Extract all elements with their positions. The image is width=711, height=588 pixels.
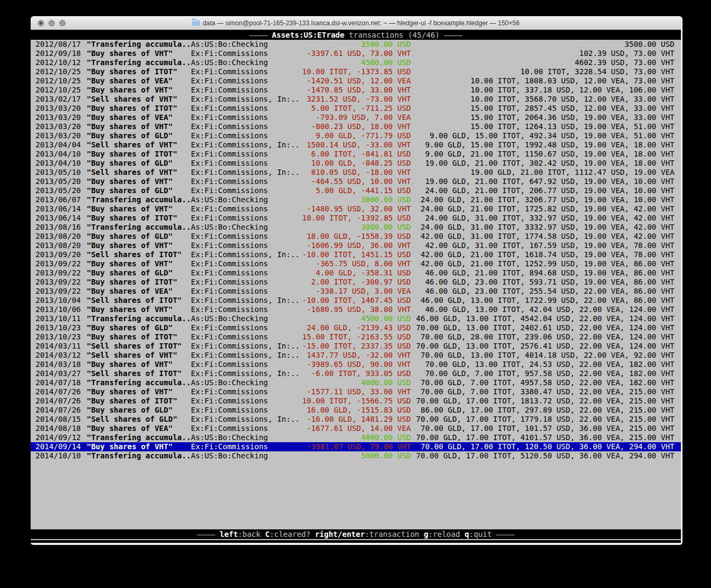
titlebar[interactable]: data — simon@pool-71-165-239-133.lsanca.…: [31, 16, 681, 30]
transaction-row[interactable]: 2012/08/17 "Transfering accumula.. As:US…: [31, 40, 681, 49]
transaction-row[interactable]: 2013/10/23 "Buy shares of ITOT" Ex:Fi:Co…: [31, 332, 681, 342]
tx-amount: -10.00 ITOT, 1451.15 USD: [301, 250, 411, 259]
transaction-row[interactable]: 2013/05/20 "Buy shares of VHT" Ex:Fi:Com…: [31, 177, 681, 186]
transaction-row[interactable]: 2013/02/17 "Sell shares of VHT" Ex:Fi:Co…: [31, 95, 681, 104]
tx-amount: 5000.00 USD: [301, 451, 411, 461]
tx-description: "Buy shares of VHT": [87, 259, 191, 268]
transaction-row[interactable]: 2012/10/25 "Buy shares of VEA" Ex:Fi:Com…: [31, 76, 681, 86]
transaction-row[interactable]: 2014/07/26 "Buy shares of ITOT" Ex:Fi:Co…: [31, 396, 681, 406]
tx-description: "Sell shares of VHT": [87, 140, 191, 150]
minimize-button[interactable]: [48, 20, 55, 26]
transaction-row[interactable]: 2013/03/20 "Buy shares of VHT" Ex:Fi:Com…: [31, 122, 681, 131]
transaction-row[interactable]: 2012/10/25 "Buy shares of ITOT" Ex:Fi:Co…: [31, 67, 681, 76]
transaction-row[interactable]: 2012/10/12 "Transfering accumula.. As:US…: [31, 58, 681, 67]
transaction-row[interactable]: 2013/03/20 "Buy shares of ITOT" Ex:Fi:Co…: [31, 104, 681, 113]
transaction-row[interactable]: 2013/04/10 "Buy shares of GLD" Ex:Fi:Com…: [31, 159, 681, 168]
transaction-row[interactable]: 2013/03/20 "Buy shares of GLD" Ex:Fi:Com…: [31, 131, 681, 140]
tx-date: 2014/08/15: [31, 415, 87, 424]
tx-amount: 1437.77 USD, -32.00 VHT: [301, 351, 411, 360]
transaction-row[interactable]: 2014/09/14 "Buy shares of VHT" Ex:Fi:Com…: [31, 442, 681, 451]
transaction-row[interactable]: 2013/04/04 "Sell shares of VHT" Ex:Fi:Co…: [31, 140, 681, 150]
tx-balance: 10.00 ITOT, 3568.70 USD, 12.00 VEA, 33.0…: [411, 95, 681, 104]
tx-description: "Transfering accumula..: [87, 378, 191, 387]
tx-date: 2014/03/18: [31, 360, 87, 369]
tx-date: 2014/09/12: [31, 433, 87, 442]
transaction-row[interactable]: 2013/09/22 "Buy shares of VHT" Ex:Fi:Com…: [31, 259, 681, 268]
transaction-row[interactable]: 2013/09/22 "Buy shares of VEA" Ex:Fi:Com…: [31, 287, 681, 296]
tx-date: 2014/03/12: [31, 351, 87, 360]
tx-balance: 70.00 GLD, 17.00 ITOT, 1813.72 USD, 22.0…: [411, 396, 681, 406]
tx-amount: -1470.85 USD, 33.00 VHT: [301, 86, 411, 95]
transaction-row[interactable]: 2014/07/18 "Transfering accumula.. As:US…: [31, 378, 681, 387]
tx-amount: 24.00 GLD, -2139.43 USD: [301, 323, 411, 332]
tx-description: "Buy shares of ITOT": [87, 332, 191, 342]
transaction-row[interactable]: 2013/10/04 "Sell shares of ITOT" Ex:Fi:C…: [31, 296, 681, 305]
key-hint-key: g: [424, 530, 428, 539]
tx-account: Ex:Fi:Commissions: [191, 278, 301, 287]
transaction-row[interactable]: 2013/10/06 "Buy shares of VHT" Ex:Fi:Com…: [31, 305, 681, 314]
transaction-row[interactable]: 2013/06/14 "Buy shares of ITOT" Ex:Fi:Co…: [31, 214, 681, 223]
tx-date: 2013/08/16: [31, 223, 87, 232]
tx-amount: 6.00 ITOT, -841.81 USD: [301, 150, 411, 159]
tx-description: "Buy shares of VHT": [87, 177, 191, 186]
tx-account: Ex:Fi:Commissions: [191, 159, 301, 168]
transaction-row[interactable]: 2014/03/11 "Sell shares of ITOT" Ex:Fi:C…: [31, 342, 681, 351]
tx-amount: 4000.00 USD: [301, 433, 411, 442]
transaction-row[interactable]: 2013/05/10 "Sell shares of VHT" Ex:Fi:Co…: [31, 168, 681, 177]
transaction-row[interactable]: 2013/09/22 "Buy shares of ITOT" Ex:Fi:Co…: [31, 278, 681, 287]
transaction-row[interactable]: 2014/10/10 "Transfering accumula.. As:US…: [31, 451, 681, 461]
tx-amount: -16.00 GLD, 1481.29 USD: [301, 415, 411, 424]
tx-balance: 102.39 USD, 73.00 VHT: [411, 49, 681, 58]
transaction-row[interactable]: 2014/08/18 "Buy shares of VEA" Ex:Fi:Com…: [31, 424, 681, 433]
transaction-row[interactable]: 2014/03/12 "Sell shares of VHT" Ex:Fi:Co…: [31, 351, 681, 360]
transaction-row[interactable]: 2014/03/18 "Buy shares of VHT" Ex:Fi:Com…: [31, 360, 681, 369]
transaction-row[interactable]: 2013/09/20 "Sell shares of ITOT" Ex:Fi:C…: [31, 250, 681, 259]
tx-description: "Sell shares of VHT": [87, 351, 191, 360]
tx-amount: -1577.11 USD, 33.00 VHT: [301, 387, 411, 396]
tx-description: "Buy shares of ITOT": [87, 278, 191, 287]
tx-amount: 9.00 GLD, -771.79 USD: [301, 131, 411, 140]
tx-account: Ex:Fi:Commissions: [191, 360, 301, 369]
transaction-row[interactable]: 2013/05/20 "Buy shares of GLD" Ex:Fi:Com…: [31, 186, 681, 195]
key-hint-key: left: [220, 530, 238, 539]
tx-account: Ex:Fi:Commissions: [191, 204, 301, 214]
key-hint-desc: :back: [238, 530, 265, 539]
tx-balance: 46.00 GLD, 13.00 ITOT, 42.04 USD, 22.00 …: [411, 305, 681, 314]
tx-description: "Transfering accumula..: [87, 195, 191, 204]
tx-description: "Buy shares of VHT": [87, 305, 191, 314]
tx-description: "Buy shares of VHT": [87, 360, 191, 369]
key-hints-bar: ———— left:back C:cleared? right/enter:tr…: [31, 529, 681, 539]
transaction-row[interactable]: 2013/08/16 "Transfering accumula.. As:US…: [31, 223, 681, 232]
tx-balance: 70.00 GLD, 13.00 ITOT, 2576.41 USD, 22.0…: [411, 342, 681, 351]
close-button[interactable]: [38, 20, 44, 26]
tx-account: As:US:Bo:Checking: [191, 433, 301, 442]
transaction-row[interactable]: 2013/08/20 "Buy shares of GLD" Ex:Fi:Com…: [31, 232, 681, 241]
tx-account: Ex:Fi:Commissions: [191, 86, 301, 95]
transaction-row[interactable]: 2012/09/18 "Buy shares of VHT" Ex:Fi:Com…: [31, 49, 681, 58]
transaction-row[interactable]: 2014/07/26 "Buy shares of GLD" Ex:Fi:Com…: [31, 406, 681, 415]
tx-date: 2013/06/14: [31, 204, 87, 214]
transaction-row[interactable]: 2014/08/15 "Sell shares of GLD" Ex:Fi:Co…: [31, 415, 681, 424]
transaction-row[interactable]: 2013/09/22 "Buy shares of GLD" Ex:Fi:Com…: [31, 268, 681, 278]
tx-account: Ex:Fi:Commissions: [191, 396, 301, 406]
tx-balance: 10.00 ITOT, 337.18 USD, 12.00 VEA, 106.0…: [411, 86, 681, 95]
transaction-row[interactable]: 2012/10/25 "Buy shares of VHT" Ex:Fi:Com…: [31, 86, 681, 95]
transaction-row[interactable]: 2013/06/14 "Buy shares of VHT" Ex:Fi:Com…: [31, 204, 681, 214]
transaction-row[interactable]: 2013/06/07 "Transfering accumula.. As:US…: [31, 195, 681, 204]
transaction-row[interactable]: 2014/09/12 "Transfering accumula.. As:US…: [31, 433, 681, 442]
tx-description: "Buy shares of VEA": [87, 113, 191, 122]
tx-account: Ex:Fi:Commissions: [191, 67, 301, 76]
tx-amount: 5.00 GLD, -441.15 USD: [301, 186, 411, 195]
zoom-button[interactable]: [59, 20, 66, 26]
tx-date: 2014/03/11: [31, 342, 87, 351]
transaction-row[interactable]: 2013/08/20 "Buy shares of VHT" Ex:Fi:Com…: [31, 241, 681, 250]
tx-balance: 24.00 GLD, 21.00 ITOT, 1725.82 USD, 19.0…: [411, 204, 681, 214]
transaction-row[interactable]: 2014/07/26 "Buy shares of VHT" Ex:Fi:Com…: [31, 387, 681, 396]
transaction-row[interactable]: 2013/03/20 "Buy shares of VEA" Ex:Fi:Com…: [31, 113, 681, 122]
transaction-row[interactable]: 2013/10/23 "Buy shares of GLD" Ex:Fi:Com…: [31, 323, 681, 332]
tx-amount: -3989.65 USD, 90.00 VHT: [301, 360, 411, 369]
transaction-row[interactable]: 2013/04/10 "Buy shares of ITOT" Ex:Fi:Co…: [31, 150, 681, 159]
transaction-row[interactable]: 2013/10/11 "Transfering accumula.. As:US…: [31, 314, 681, 323]
tx-date: 2012/10/25: [31, 86, 87, 95]
transaction-row[interactable]: 2014/03/27 "Sell shares of ITOT" Ex:Fi:C…: [31, 369, 681, 378]
